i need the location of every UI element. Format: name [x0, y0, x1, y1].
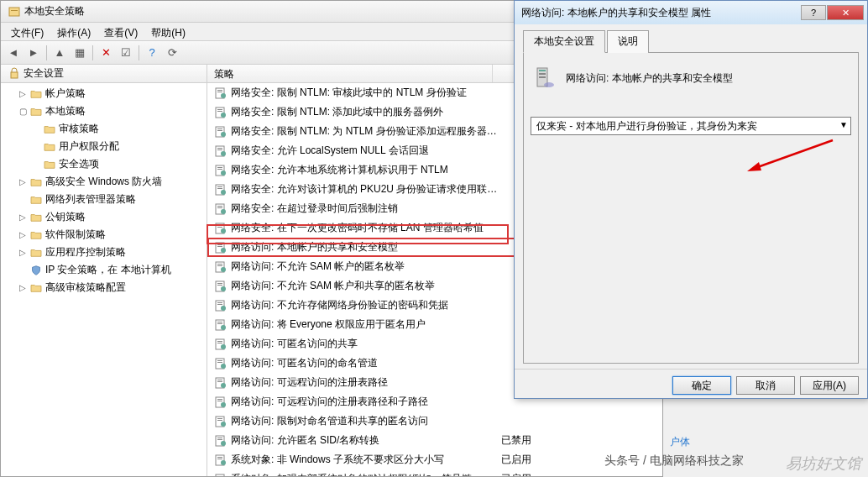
tree-node[interactable]: ▷公钥策略	[1, 208, 207, 226]
help-button[interactable]: ?	[143, 44, 161, 62]
policy-text: 网络访问: 可远程访问的注册表路径	[231, 375, 388, 390]
tab-explain[interactable]: 说明	[607, 30, 649, 53]
policy-row[interactable]: 网络访问: 允许匿名 SID/名称转换已禁用	[207, 431, 662, 450]
policy-status: 已启用	[501, 453, 531, 467]
svg-rect-64	[217, 380, 222, 380]
tree-toggle-icon[interactable]: ▢	[18, 107, 28, 117]
svg-point-14	[221, 132, 226, 137]
policy-icon	[214, 299, 227, 312]
properties-button[interactable]: ☑	[117, 44, 135, 62]
tree-node[interactable]: ▢本地策略	[1, 102, 207, 120]
help-dialog-button[interactable]: ?	[801, 5, 826, 20]
tree-node[interactable]: ▷帐户策略	[1, 85, 207, 102]
svg-point-50	[221, 306, 226, 311]
tree-toggle-icon[interactable]	[18, 195, 28, 205]
tree-node[interactable]: ▷应用程序控制策略	[1, 244, 207, 261]
svg-point-82	[221, 460, 226, 465]
tabs: 本地安全设置 说明	[523, 29, 859, 53]
svg-point-22	[221, 170, 226, 176]
menu-view[interactable]: 查看(V)	[97, 24, 144, 39]
policy-text: 网络安全: 在下一次更改密码时不存储 LAN 管理器哈希值	[231, 221, 484, 235]
svg-rect-8	[217, 109, 222, 110]
policy-icon	[214, 222, 227, 235]
policy-icon	[214, 241, 227, 254]
tab-local-security[interactable]: 本地安全设置	[523, 30, 605, 53]
policy-icon	[214, 260, 227, 274]
policy-text: 网络访问: 可匿名访问的共享	[231, 337, 358, 351]
svg-rect-29	[217, 207, 222, 208]
tree-toggle-icon[interactable]	[31, 124, 41, 134]
tree-node[interactable]: 网络列表管理器策略	[1, 191, 207, 208]
tree-label: 安全选项	[59, 157, 99, 171]
svg-point-26	[221, 190, 226, 195]
policy-text: 网络访问: 不允许存储网络身份验证的密码和凭据	[231, 298, 448, 312]
menu-action[interactable]: 操作(A)	[50, 24, 97, 39]
policy-icon	[214, 473, 227, 477]
svg-marker-93	[747, 162, 761, 171]
svg-rect-9	[217, 111, 222, 112]
policy-text: 网络访问: 限制对命名管道和共享的匿名访问	[231, 414, 428, 428]
tree-toggle-icon[interactable]	[31, 160, 41, 170]
svg-rect-73	[217, 420, 222, 421]
folder-icon	[29, 193, 43, 207]
policy-text: 系统对象: 非 Windows 子系统不要求区分大小写	[231, 453, 444, 467]
policy-row[interactable]: 系统对象: 非 Windows 子系统不要求区分大小写已启用	[207, 450, 662, 469]
tree-node[interactable]: ▷高级审核策略配置	[1, 279, 207, 296]
menu-file[interactable]: 文件(F)	[4, 24, 50, 39]
policy-row[interactable]: 系统对象: 加强内部系统对象的默认权限(例如，符号链…已启用	[207, 469, 662, 476]
svg-point-10	[221, 113, 226, 118]
policy-icon	[214, 86, 227, 100]
dialog-titlebar[interactable]: 网络访问: 本地帐户的共享和安全模型 属性 ? ✕	[515, 1, 867, 24]
policy-status: 已启用	[501, 472, 531, 476]
tree-toggle-icon[interactable]: ▷	[18, 283, 28, 293]
tree-node[interactable]: ▷软件限制策略	[1, 226, 207, 244]
tree-label: 高级安全 Windows 防火墙	[45, 175, 162, 189]
cancel-button[interactable]: 取消	[736, 376, 795, 395]
stray-text: 户体	[670, 435, 690, 449]
tree-toggle-icon[interactable]	[31, 142, 41, 152]
policy-text: 网络访问: 可匿名访问的命名管道	[231, 356, 378, 370]
tree-toggle-icon[interactable]: ▷	[18, 230, 28, 240]
svg-rect-40	[217, 264, 222, 265]
forward-button[interactable]: ►	[24, 44, 43, 62]
tree-node[interactable]: IP 安全策略，在 本地计算机	[1, 261, 207, 279]
svg-rect-28	[217, 206, 222, 207]
svg-rect-80	[217, 457, 222, 458]
tree-label: 帐户策略	[45, 86, 86, 101]
tree-node[interactable]: 安全选项	[1, 155, 207, 173]
col-policy[interactable]: 策略	[207, 65, 493, 82]
svg-point-6	[221, 93, 226, 98]
tree-header: 安全设置	[1, 65, 207, 83]
apply-button[interactable]: 应用(A)	[800, 376, 859, 395]
tree-label: 用户权限分配	[59, 139, 119, 154]
svg-rect-69	[217, 401, 222, 401]
svg-rect-65	[217, 381, 222, 382]
refresh-button[interactable]: ⟳	[163, 44, 181, 62]
svg-rect-90	[539, 76, 546, 78]
tree-node[interactable]: 用户权限分配	[1, 138, 207, 155]
close-dialog-button[interactable]: ✕	[827, 5, 864, 20]
tree-node[interactable]: ▷高级安全 Windows 防火墙	[1, 173, 207, 191]
folder-icon	[29, 176, 43, 189]
delete-button[interactable]: ✕	[97, 44, 115, 62]
menu-help[interactable]: 帮助(H)	[144, 24, 192, 39]
svg-rect-45	[217, 285, 222, 286]
tree-node[interactable]: 审核策略	[1, 120, 207, 138]
tree-toggle-icon[interactable]: ▷	[18, 212, 28, 223]
tree-toggle-icon[interactable]: ▷	[18, 177, 28, 187]
show-hide-button[interactable]: ▦	[71, 44, 89, 62]
policy-icon	[214, 183, 227, 197]
svg-rect-16	[217, 148, 222, 149]
tree-toggle-icon[interactable]: ▷	[18, 248, 28, 258]
policy-icon	[214, 106, 227, 119]
tree-toggle-icon[interactable]: ▷	[18, 89, 28, 99]
svg-rect-77	[217, 439, 222, 440]
tree-toggle-icon[interactable]	[18, 265, 28, 275]
ok-button[interactable]: 确定	[672, 376, 731, 395]
up-button[interactable]: ▲	[50, 44, 69, 62]
svg-point-38	[221, 248, 226, 253]
policy-row[interactable]: 网络访问: 限制对命名管道和共享的匿名访问	[207, 411, 662, 431]
security-model-dropdown[interactable]: 仅来宾 - 对本地用户进行身份验证，其身份为来宾	[531, 117, 851, 135]
back-button[interactable]: ◄	[4, 44, 23, 62]
svg-rect-68	[217, 399, 222, 400]
